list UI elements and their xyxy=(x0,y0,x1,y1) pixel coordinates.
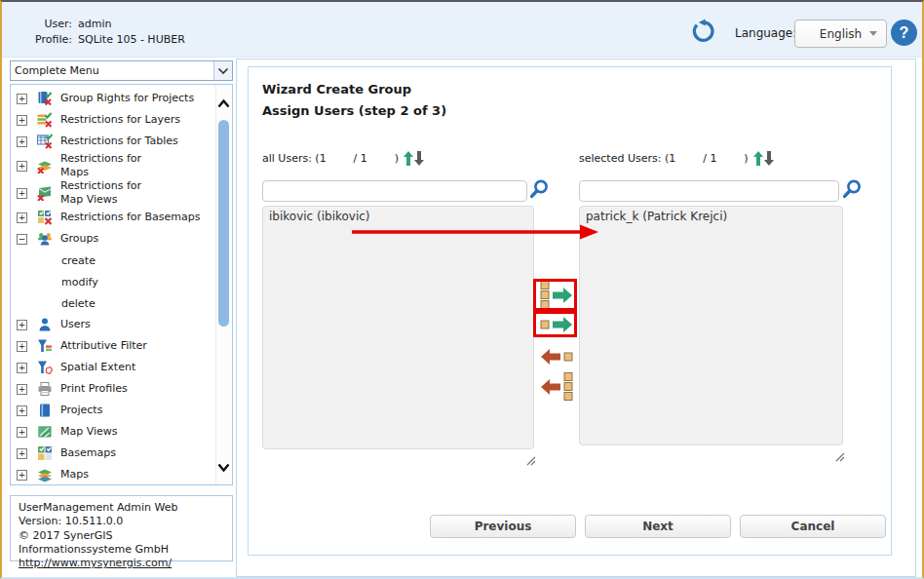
selected-users-list[interactable]: patrick_k (Patrick Krejci) xyxy=(579,206,843,445)
tree-expander-icon[interactable]: + xyxy=(17,161,27,172)
sidebar-item-groups-create[interactable]: create xyxy=(11,250,216,271)
sidebar-item-label: Restrictions for Layers xyxy=(60,113,180,127)
menu-filter-select[interactable]: Complete Menu xyxy=(10,60,233,81)
tree-expander-icon[interactable]: + xyxy=(17,115,27,126)
chevron-down-icon[interactable] xyxy=(213,61,232,80)
sidebar-item-group-rights-for-projects[interactable]: + Group Rights for Projects xyxy=(11,88,216,109)
move-one-left-button[interactable] xyxy=(538,345,575,371)
tree-expander-icon[interactable]: + xyxy=(17,136,27,147)
move-all-right-button[interactable] xyxy=(538,281,575,313)
sidebar-item-label: Restrictions for Map Views xyxy=(60,179,141,207)
menu-filter-value: Complete Menu xyxy=(11,64,213,77)
sidebar-item-label: Restrictions for Basemaps xyxy=(60,211,200,224)
profile-label: Profile: xyxy=(21,33,72,46)
all-users-count: (1 / 1 ) xyxy=(315,152,399,165)
sidebar-item-label: Group Rights for Projects xyxy=(60,92,194,105)
tree-expander-icon[interactable]: + xyxy=(17,341,27,352)
language-select[interactable]: English xyxy=(794,19,887,48)
sidebar-item-spatial-extent[interactable]: + Spatial Extent xyxy=(11,357,216,378)
about-version: Version: 10.511.0.0 xyxy=(19,515,224,528)
tree-expander-icon[interactable]: + xyxy=(17,212,27,223)
next-button[interactable]: Next xyxy=(585,515,731,538)
selected-users-search-input[interactable] xyxy=(579,180,839,202)
sidebar-item-restrictions-for-map-views[interactable]: + Restrictions for Map Views xyxy=(11,179,216,207)
sort-arrows-icon[interactable] xyxy=(404,151,425,166)
tree-expander-icon[interactable]: + xyxy=(17,320,27,330)
cancel-button[interactable]: Cancel xyxy=(740,515,886,538)
sidebar-item-label: Map Views xyxy=(60,425,118,439)
scroll-down-icon[interactable] xyxy=(217,457,230,476)
tree-expander-icon[interactable]: + xyxy=(17,470,27,481)
list-item[interactable]: patrick_k (Patrick Krejci) xyxy=(580,207,842,226)
about-copyright: © 2017 SynerGIS Informationssysteme GmbH xyxy=(19,529,224,558)
sidebar-item-label: Users xyxy=(60,318,91,331)
sidebar-item-label: Projects xyxy=(60,404,102,417)
all-users-header: all Users: (1 / 1 ) xyxy=(262,151,425,166)
selected-users-label: selected Users: xyxy=(579,152,665,165)
attributive-filter-icon xyxy=(37,338,53,354)
sidebar-item-map-views[interactable]: + Map Views xyxy=(11,421,216,443)
all-users-search-input[interactable] xyxy=(262,180,527,202)
tree-expander-icon[interactable]: + xyxy=(17,427,27,438)
sidebar-item-print-profiles[interactable]: + Print Profiles xyxy=(11,378,216,400)
vendor-link[interactable]: http://www.mysynergis.com/ xyxy=(19,557,172,569)
tree-scrollbar[interactable] xyxy=(215,85,232,484)
sidebar-item-label: Print Profiles xyxy=(60,382,128,396)
sidebar-item-attributive-filter[interactable]: + Attributive Filter xyxy=(11,335,216,357)
language-value: English xyxy=(820,27,862,41)
tree-collapse-icon[interactable]: − xyxy=(17,234,27,245)
wizard-title: Wizard Create Group xyxy=(262,82,411,96)
sidebar-item-users[interactable]: + Users xyxy=(11,314,216,335)
sidebar-item-label: Attributive Filter xyxy=(60,339,147,353)
help-icon[interactable]: ? xyxy=(891,19,917,46)
sidebar-item-projects[interactable]: + Projects xyxy=(11,400,216,421)
tree-expander-icon[interactable]: + xyxy=(17,363,27,373)
spatial-extent-icon xyxy=(37,360,53,375)
refresh-icon[interactable] xyxy=(690,19,715,44)
search-icon[interactable] xyxy=(528,178,550,200)
restrictions-for-basemaps-icon xyxy=(37,210,53,225)
sidebar-item-label: Basemaps xyxy=(60,446,116,460)
move-all-left-button[interactable] xyxy=(538,372,575,405)
list-item[interactable]: ibikovic (ibikovic) xyxy=(263,207,533,226)
selected-users-count: (1 / 1 ) xyxy=(665,152,749,165)
restrictions-for-layers-icon xyxy=(37,112,53,128)
scroll-up-icon[interactable] xyxy=(217,94,230,112)
tree-expander-icon[interactable]: + xyxy=(17,94,27,104)
tree-items: + Group Rights for Projects + Restrictio… xyxy=(11,85,216,484)
sidebar-item-groups[interactable]: − Groups xyxy=(11,228,216,250)
print-profiles-icon xyxy=(37,381,53,397)
sidebar-item-basemaps[interactable]: + Basemaps xyxy=(11,443,216,464)
resize-grip-icon[interactable] xyxy=(834,447,845,466)
search-icon[interactable] xyxy=(841,178,863,200)
all-users-label: all Users: xyxy=(262,152,315,165)
tree-expander-icon[interactable]: + xyxy=(17,384,27,395)
scrollbar-thumb[interactable] xyxy=(218,120,229,327)
sort-arrows-icon[interactable] xyxy=(753,151,775,166)
sidebar-item-groups-modify[interactable]: modify xyxy=(11,271,216,292)
chevron-down-icon xyxy=(869,31,877,36)
move-one-right-button[interactable] xyxy=(538,313,575,339)
tree-expander-icon[interactable]: + xyxy=(17,448,27,459)
resize-grip-icon[interactable] xyxy=(525,451,536,470)
users-icon xyxy=(37,317,53,332)
sidebar-item-restrictions-for-layers[interactable]: + Restrictions for Layers xyxy=(11,109,216,131)
sidebar-item-label: Restrictions for Maps xyxy=(60,152,141,179)
sidebar-item-restrictions-for-tables[interactable]: + Restrictions for Tables xyxy=(11,131,216,152)
all-users-list[interactable]: ibikovic (ibikovic) xyxy=(262,206,534,449)
restrictions-for-tables-icon xyxy=(37,134,53,149)
sidebar-item-groups-delete[interactable]: delete xyxy=(11,292,216,314)
profile-value: SQLite 105 - HUBER xyxy=(78,33,185,46)
maps-icon xyxy=(37,467,53,482)
navigation-tree: + Group Rights for Projects + Restrictio… xyxy=(10,84,233,485)
sidebar-item-restrictions-for-maps[interactable]: + Restrictions for Maps xyxy=(11,152,216,179)
sidebar-item-maps[interactable]: + Maps xyxy=(11,464,216,484)
previous-button[interactable]: Previous xyxy=(430,515,576,538)
session-info: User: admin Profile: SQLite 105 - HUBER xyxy=(21,18,185,46)
tree-expander-icon[interactable]: + xyxy=(17,188,27,199)
tree-expander-icon[interactable]: + xyxy=(17,405,27,416)
group-rights-for-projects-icon xyxy=(37,91,53,106)
sidebar-item-label: Spatial Extent xyxy=(60,361,135,374)
sidebar-item-restrictions-for-basemaps[interactable]: + Restrictions for Basemaps xyxy=(11,207,216,228)
sidebar-item-label: Maps xyxy=(60,468,89,482)
